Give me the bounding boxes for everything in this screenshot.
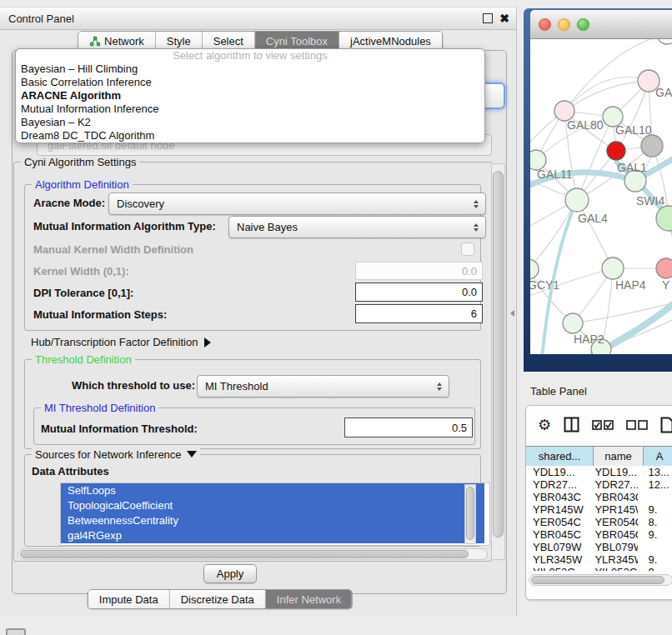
network-node[interactable] — [656, 206, 672, 231]
column-header-shared-name[interactable]: shared... — [526, 447, 594, 466]
zoom-traffic-light[interactable] — [577, 18, 589, 31]
document-icon[interactable] — [660, 417, 672, 433]
scrollbar-thumb[interactable] — [466, 487, 474, 540]
table-row[interactable]: YBL079WYBL079W — [526, 541, 672, 553]
menu-item[interactable]: Basic Correlation Inference — [16, 76, 484, 89]
scrollbar-thumb[interactable] — [20, 550, 469, 558]
menu-item[interactable]: Dream8 DC_TDC Algorithm — [16, 129, 484, 142]
table-cell: YDL19... — [526, 466, 591, 478]
table-row[interactable]: YDR27...YDR27...12... — [526, 478, 672, 491]
scrollbar-thumb[interactable] — [493, 171, 504, 538]
which-threshold-select[interactable]: MI Threshold — [197, 375, 449, 398]
show-columns-icon[interactable] — [592, 420, 614, 430]
mi-steps-field[interactable]: 6 — [355, 304, 483, 323]
tab-infer-network[interactable]: Infer Network — [266, 590, 352, 608]
sources-group: Sources for Network Inference Data Attri… — [24, 454, 481, 547]
list-item[interactable]: SelfLoops — [61, 483, 484, 498]
node-label: GAL — [655, 86, 672, 99]
table-row[interactable]: YDL19...YDL19...13... — [526, 466, 672, 478]
tab-discretize-data[interactable]: Discretize Data — [170, 590, 266, 608]
table-cell: YER054C — [591, 516, 638, 528]
network-edge[interactable] — [530, 200, 577, 269]
which-threshold-label: Which threshold to use: — [72, 379, 195, 392]
table-row[interactable]: YBR043CYBR043C — [526, 491, 672, 503]
menu-item-aracne[interactable]: ARACNE Algorithm — [16, 89, 484, 102]
table-row[interactable]: YLR345WYLR345W9. — [526, 553, 672, 566]
cyni-algorithm-settings-title: Cyni Algorithm Settings — [21, 156, 139, 168]
network-node[interactable] — [607, 142, 625, 160]
scrollbar-thumb[interactable] — [531, 576, 664, 584]
close-traffic-light[interactable] — [539, 18, 551, 31]
network-node[interactable] — [657, 39, 672, 44]
dpi-tolerance-field[interactable]: 0.0 — [355, 282, 483, 302]
minimized-window-icon[interactable] — [6, 628, 26, 635]
hub-definition-label: Hub/Transcription Factor Definition — [31, 336, 198, 348]
network-node[interactable] — [530, 259, 539, 279]
mi-threshold-value: 0.5 — [452, 422, 467, 434]
cyni-algorithm-settings-group: Cyni Algorithm Settings Algorithm Defini… — [13, 162, 492, 562]
bottom-tabs: Impute Data Discretize Data Infer Networ… — [88, 589, 353, 609]
expander-arrow-right-icon — [204, 338, 211, 348]
table-cell: 9. — [638, 503, 672, 516]
table-cell: YBL079W — [591, 541, 638, 553]
sources-expander[interactable]: Sources for Network Inference — [32, 448, 200, 461]
tab-impute-data-label: Impute Data — [99, 593, 158, 606]
tab-select[interactable]: Select — [203, 32, 255, 50]
network-node[interactable] — [563, 313, 583, 333]
splitter-grip[interactable] — [510, 310, 514, 317]
hide-columns-icon[interactable] — [626, 420, 648, 430]
table-horizontal-scrollbar[interactable] — [529, 574, 672, 586]
tab-jactivemnodules-label: jActiveMNodules — [350, 35, 431, 48]
table-cell — [638, 491, 672, 503]
table-row[interactable]: YPR145WYPR145W9. — [526, 503, 672, 516]
close-icon[interactable]: ✖ — [499, 14, 509, 22]
data-attributes-list: SelfLoops TopologicalCoefficient Between… — [60, 482, 490, 546]
tab-network[interactable]: Network — [78, 32, 156, 50]
network-node[interactable] — [565, 188, 589, 212]
apply-button[interactable]: Apply — [203, 564, 257, 583]
node-label: GCY1 — [530, 278, 559, 292]
tab-cyni-toolbox[interactable]: Cyni Toolbox — [255, 32, 339, 50]
mi-type-select[interactable]: Naive Bayes — [228, 216, 486, 238]
menu-item[interactable]: Bayesian – K2 — [16, 116, 484, 129]
table-row[interactable]: YIL052CYIL052C9. — [526, 566, 672, 571]
column-header-name[interactable]: name — [594, 447, 644, 466]
table-cell: YBR043C — [591, 491, 638, 503]
network-node[interactable] — [641, 135, 663, 157]
algorithm-dropdown-placeholder: Select algorithm to view settings — [16, 49, 484, 62]
mi-threshold-group-title: MI Threshold Definition — [41, 402, 158, 414]
list-item[interactable]: gal4RGexp — [61, 528, 484, 543]
dpi-tolerance-value: 0.0 — [462, 286, 477, 298]
attributes-list-scrollbar[interactable] — [464, 484, 476, 544]
table-row[interactable]: YER054CYER054C8. — [526, 516, 672, 528]
table-window: ⚙ shared... name A YDL19 — [525, 405, 672, 600]
list-item[interactable]: TopologicalCoefficient — [61, 498, 484, 513]
tab-discretize-data-label: Discretize Data — [181, 593, 254, 606]
network-canvas[interactable]: GALGAL80GAL10GAL1GAL11SWI4GAL4GCY1HAP4YH… — [530, 39, 672, 354]
table-row[interactable]: YBR045CYBR045C9. — [526, 528, 672, 541]
mi-type-value: Naive Bayes — [237, 221, 298, 233]
table-cell: YBR045C — [526, 528, 591, 541]
tab-impute-data[interactable]: Impute Data — [88, 590, 170, 608]
float-window-icon[interactable] — [483, 13, 493, 23]
settings-horizontal-scrollbar[interactable] — [18, 548, 488, 560]
network-node[interactable] — [602, 258, 624, 279]
minimize-traffic-light[interactable] — [558, 18, 570, 31]
settings-vertical-scrollbar[interactable] — [491, 163, 505, 560]
list-item[interactable]: BetweennessCentrality — [61, 513, 484, 528]
menu-item[interactable]: Bayesian – Hill Climbing — [16, 62, 484, 76]
gear-icon[interactable]: ⚙ — [538, 418, 551, 432]
table-cell: YPR145W — [526, 503, 591, 516]
column-header-partial[interactable]: A — [644, 447, 672, 466]
tab-jactivemnodules[interactable]: jActiveMNodules — [339, 32, 442, 50]
algorithm-definition-title: Algorithm Definition — [32, 178, 133, 191]
hub-definition-expander[interactable]: Hub/Transcription Factor Definition — [31, 336, 211, 348]
menu-item[interactable]: Mutual Information Inference — [16, 102, 484, 116]
split-panel-icon[interactable] — [564, 417, 579, 432]
network-node[interactable] — [656, 258, 672, 278]
tab-style[interactable]: Style — [156, 32, 203, 50]
kernel-width-field: 0.0 — [355, 262, 483, 280]
node-label: HAP2 — [574, 332, 604, 346]
mi-threshold-field[interactable]: 0.5 — [344, 418, 473, 438]
aracne-mode-select[interactable]: Discovery — [108, 192, 486, 215]
